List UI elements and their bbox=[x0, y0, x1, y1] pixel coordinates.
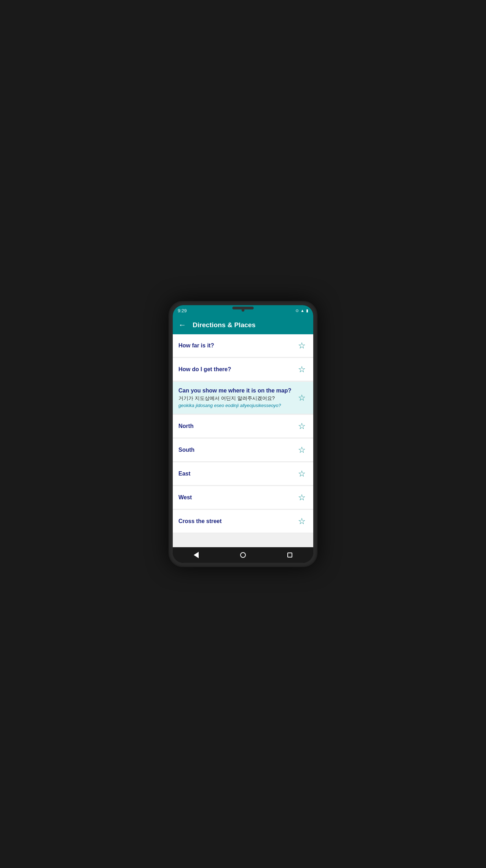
list-item-text: East bbox=[178, 471, 296, 477]
wifi-icon: ⊙ bbox=[296, 308, 299, 313]
list-item-text: North bbox=[178, 423, 296, 429]
star-button[interactable]: ☆ bbox=[296, 421, 308, 432]
item-label: Cross the street bbox=[178, 518, 292, 524]
star-icon: ☆ bbox=[298, 365, 306, 374]
star-icon: ☆ bbox=[298, 469, 306, 478]
star-icon: ☆ bbox=[298, 493, 306, 502]
nav-home-button[interactable] bbox=[237, 549, 249, 561]
list-item[interactable]: Cross the street ☆ bbox=[173, 510, 313, 533]
app-bar: ← Directions & Places bbox=[173, 316, 313, 334]
recents-nav-icon bbox=[287, 553, 292, 557]
star-button[interactable]: ☆ bbox=[296, 340, 308, 351]
list-item[interactable]: East ☆ bbox=[173, 462, 313, 485]
star-button[interactable]: ☆ bbox=[296, 492, 308, 503]
list-item-text: West bbox=[178, 494, 296, 501]
status-icons: ⊙ ▲ ▮ bbox=[296, 308, 308, 313]
nav-recents-button[interactable] bbox=[283, 549, 296, 561]
item-label: How do I get there? bbox=[178, 366, 292, 373]
list-item-text: Cross the street bbox=[178, 518, 296, 524]
list-item[interactable]: North ☆ bbox=[173, 415, 313, 438]
list-item[interactable]: West ☆ bbox=[173, 486, 313, 509]
item-label: How far is it? bbox=[178, 342, 292, 349]
list-item-text: Can you show me where it is on the map? … bbox=[178, 388, 296, 408]
item-label: South bbox=[178, 447, 292, 453]
phone-frame: 9:29 ⊙ ▲ ▮ ← Directions & Places How far… bbox=[169, 301, 317, 567]
bottom-nav bbox=[173, 547, 313, 563]
home-nav-icon bbox=[240, 552, 246, 558]
star-button[interactable]: ☆ bbox=[296, 468, 308, 479]
app-bar-title: Directions & Places bbox=[193, 321, 255, 329]
nav-back-button[interactable] bbox=[190, 549, 203, 561]
phone-inner: 9:29 ⊙ ▲ ▮ ← Directions & Places How far… bbox=[173, 305, 313, 563]
star-button[interactable]: ☆ bbox=[296, 364, 308, 375]
item-label: West bbox=[178, 494, 292, 501]
item-romanized: geokika jidosang eseo eodinji allyeojusi… bbox=[178, 403, 292, 408]
star-icon: ☆ bbox=[298, 517, 306, 526]
battery-icon: ▮ bbox=[306, 308, 308, 313]
star-icon: ☆ bbox=[298, 394, 306, 402]
item-label: East bbox=[178, 471, 292, 477]
star-button[interactable]: ☆ bbox=[296, 516, 308, 527]
list-item[interactable]: South ☆ bbox=[173, 439, 313, 462]
star-icon: ☆ bbox=[298, 422, 306, 430]
status-time: 9:29 bbox=[178, 308, 187, 313]
item-label: Can you show me where it is on the map? bbox=[178, 388, 292, 394]
list-item-text: How far is it? bbox=[178, 342, 296, 349]
content-area: How far is it? ☆ How do I get there? ☆ C… bbox=[173, 334, 313, 547]
item-label: North bbox=[178, 423, 292, 429]
list-item-text: South bbox=[178, 447, 296, 453]
back-nav-icon bbox=[194, 552, 199, 558]
list-item[interactable]: How do I get there? ☆ bbox=[173, 358, 313, 381]
item-translation: 거기가 지도상에서 어딘지 알려주시겠어요? bbox=[178, 395, 292, 402]
list-item-highlighted[interactable]: Can you show me where it is on the map? … bbox=[173, 382, 313, 414]
camera-dot bbox=[242, 309, 244, 312]
back-button[interactable]: ← bbox=[178, 320, 186, 330]
star-button[interactable]: ☆ bbox=[296, 392, 308, 403]
signal-icon: ▲ bbox=[300, 308, 304, 313]
list-item-text: How do I get there? bbox=[178, 366, 296, 373]
star-icon: ☆ bbox=[298, 446, 306, 454]
star-icon: ☆ bbox=[298, 341, 306, 350]
star-button[interactable]: ☆ bbox=[296, 444, 308, 456]
list-item[interactable]: How far is it? ☆ bbox=[173, 334, 313, 357]
